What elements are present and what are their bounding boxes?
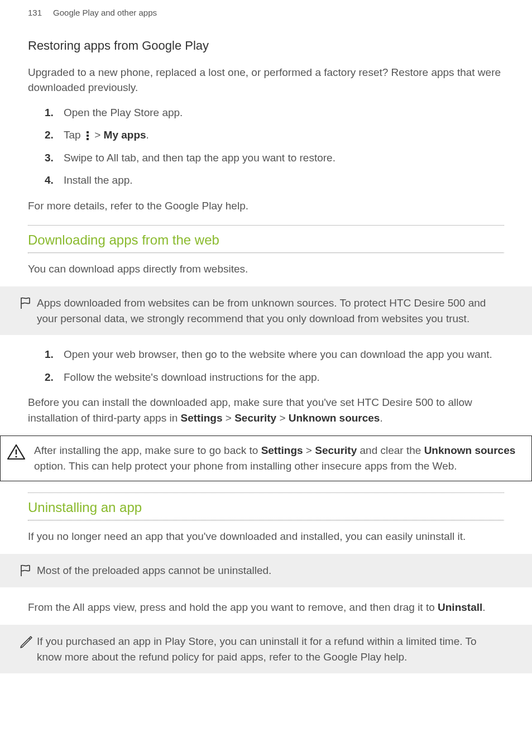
section-title-downloading: Downloading apps from the web <box>28 232 224 247</box>
page-header: 131 Google Play and other apps <box>0 0 532 20</box>
note-text: Most of the preloaded apps cannot be uni… <box>35 563 294 578</box>
s2-intro: You can download apps directly from webs… <box>28 261 504 277</box>
svg-rect-2 <box>87 138 89 140</box>
s1-step1: Open the Play Store app. <box>45 106 504 121</box>
pencil-icon <box>18 635 33 650</box>
s2-step1: Open your web browser, then go to the we… <box>45 347 504 362</box>
s2-heading: Downloading apps from the web <box>28 230 504 253</box>
s2-outro: Before you can install the downloaded ap… <box>28 395 504 425</box>
divider <box>28 520 504 521</box>
flag-icon <box>20 296 32 310</box>
section-title-restoring: Restoring apps from Google Play <box>28 36 504 55</box>
svg-rect-0 <box>87 131 89 133</box>
svg-point-4 <box>15 456 17 458</box>
warning-icon <box>7 444 26 461</box>
note-text: Apps downloaded from websites can be fro… <box>35 295 524 326</box>
s3-body: From the All apps view, press and hold t… <box>28 600 504 615</box>
warning-text: After installing the app, make sure to g… <box>34 443 524 473</box>
s2-step2: Follow the website's download instructio… <box>45 370 504 385</box>
s1-step2: Tap > My apps. <box>45 128 504 143</box>
s1-step4: Install the app. <box>45 173 504 188</box>
s1-outro: For more details, refer to the Google Pl… <box>28 198 504 214</box>
overflow-menu-icon <box>85 131 90 141</box>
s1-steps: Open the Play Store app. Tap > My apps. … <box>45 106 504 188</box>
s2-steps: Open your web browser, then go to the we… <box>45 347 504 385</box>
warning-unknown-sources: After installing the app, make sure to g… <box>0 436 532 481</box>
tip-refund: If you purchased an app in Play Store, y… <box>0 625 532 673</box>
page-content: Restoring apps from Google Play Upgraded… <box>0 20 532 697</box>
s1-intro: Upgraded to a new phone, replaced a lost… <box>28 65 504 95</box>
chapter-title: Google Play and other apps <box>53 7 157 20</box>
divider <box>28 252 504 253</box>
s3-heading: Uninstalling an app <box>28 497 504 521</box>
note-preloaded: Most of the preloaded apps cannot be uni… <box>0 554 532 587</box>
tip-text: If you purchased an app in Play Store, y… <box>35 634 524 664</box>
s1-step3: Swipe to All tab, and then tap the app y… <box>45 151 504 166</box>
divider <box>28 225 504 226</box>
s3-intro: If you no longer need an app that you've… <box>28 529 504 544</box>
svg-rect-1 <box>87 135 89 137</box>
section-title-uninstalling: Uninstalling an app <box>28 500 146 515</box>
page-number: 131 <box>28 7 42 20</box>
flag-icon <box>20 564 32 577</box>
divider <box>28 492 504 493</box>
note-unknown-sources: Apps downloaded from websites can be fro… <box>0 286 532 335</box>
